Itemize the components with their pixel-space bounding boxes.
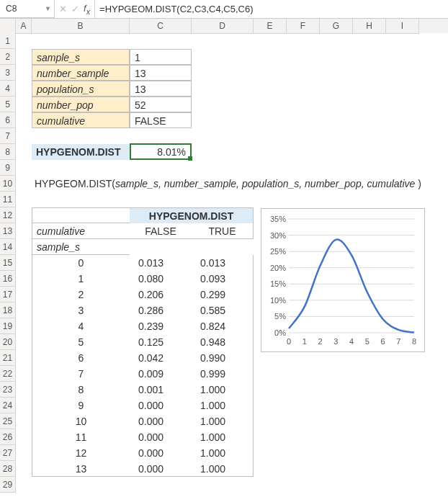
table-cell-true[interactable]: 1.000 — [192, 413, 254, 429]
row-header[interactable]: 16 — [0, 271, 16, 287]
row-header[interactable]: 17 — [0, 287, 16, 302]
table-cell-false[interactable]: 0.009 — [130, 366, 192, 382]
table-cell-true[interactable]: 0.093 — [192, 271, 254, 287]
row-header[interactable]: 28 — [0, 461, 16, 477]
table-col-header[interactable]: FALSE — [130, 223, 192, 239]
table-cell-false[interactable]: 0.000 — [130, 461, 192, 477]
cells-area[interactable]: sample_s 1 number_sample 13 population_s… — [16, 33, 448, 493]
param-value[interactable]: 52 — [130, 97, 192, 112]
col-header[interactable]: C — [130, 19, 192, 34]
table-title[interactable]: HYPGENOM.DIST — [130, 207, 254, 223]
table-row-label[interactable]: sample_s — [32, 239, 130, 255]
row-header[interactable]: 24 — [0, 398, 16, 413]
col-header[interactable]: F — [287, 19, 320, 34]
table-cell-s[interactable]: 13 — [32, 461, 130, 477]
table-cell-true[interactable]: 1.000 — [192, 398, 254, 413]
table-cell-s[interactable]: 12 — [32, 445, 130, 461]
table-cell-false[interactable]: 0.013 — [130, 255, 192, 271]
result-label[interactable]: HYPGENOM.DIST — [32, 144, 130, 160]
table-cell-true[interactable]: 0.999 — [192, 366, 254, 382]
table-cell-s[interactable]: 3 — [32, 302, 130, 318]
table-cell-true[interactable]: 1.000 — [192, 445, 254, 461]
row-header[interactable]: 21 — [0, 350, 16, 366]
name-box[interactable]: C8 ▼ — [0, 0, 55, 18]
row-header[interactable]: 26 — [0, 429, 16, 445]
table-cell-false[interactable]: 0.000 — [130, 429, 192, 445]
table-cell-true[interactable]: 0.824 — [192, 318, 254, 334]
syntax-text[interactable]: HYPGEOM.DIST(sample_s, number_sample, po… — [32, 176, 406, 192]
table-cell-false[interactable]: 0.000 — [130, 413, 192, 429]
table-cell-false[interactable]: 0.239 — [130, 318, 192, 334]
row-header[interactable]: 3 — [0, 65, 16, 81]
formula-input[interactable]: =HYPGEOM.DIST(C2,C3,C4,C5,C6) — [95, 4, 448, 14]
table-row-label[interactable]: cumulative — [32, 223, 130, 239]
fill-handle[interactable] — [188, 156, 192, 161]
col-header[interactable]: E — [254, 19, 287, 34]
param-value[interactable]: 13 — [130, 81, 192, 97]
table-cell-false[interactable]: 0.125 — [130, 334, 192, 350]
row-header[interactable]: 1 — [0, 33, 16, 49]
row-header[interactable]: 25 — [0, 413, 16, 429]
table-cell-s[interactable]: 11 — [32, 429, 130, 445]
table-cell-s[interactable]: 6 — [32, 350, 130, 366]
row-header[interactable]: 5 — [0, 97, 16, 112]
col-header[interactable]: B — [32, 19, 130, 34]
fx-icon[interactable]: fx — [84, 3, 90, 16]
table-cell-false[interactable]: 0.000 — [130, 398, 192, 413]
param-label[interactable]: cumulative — [32, 112, 130, 128]
table-cell-s[interactable]: 10 — [32, 413, 130, 429]
table-col-header[interactable]: TRUE — [192, 223, 254, 239]
row-header[interactable]: 7 — [0, 128, 16, 144]
cancel-icon[interactable]: ✕ — [59, 4, 67, 14]
table-cell-s[interactable]: 5 — [32, 334, 130, 350]
row-header[interactable]: 22 — [0, 366, 16, 382]
row-header[interactable]: 2 — [0, 49, 16, 65]
col-header[interactable]: A — [16, 19, 32, 34]
row-header[interactable]: 11 — [0, 192, 16, 207]
table-cell-s[interactable]: 8 — [32, 382, 130, 398]
select-all-corner[interactable] — [0, 19, 16, 34]
col-header[interactable]: G — [320, 19, 353, 34]
col-header[interactable]: H — [353, 19, 386, 34]
row-header[interactable]: 6 — [0, 112, 16, 128]
table-cell-s[interactable]: 7 — [32, 366, 130, 382]
row-header[interactable]: 13 — [0, 223, 16, 239]
param-label[interactable]: sample_s — [32, 49, 130, 65]
row-header[interactable]: 19 — [0, 318, 16, 334]
table-cell-true[interactable]: 1.000 — [192, 461, 254, 477]
row-header[interactable]: 29 — [0, 477, 16, 493]
table-cell-true[interactable]: 0.299 — [192, 287, 254, 302]
table-cell-true[interactable]: 0.013 — [192, 255, 254, 271]
table-cell-s[interactable]: 9 — [32, 398, 130, 413]
param-value[interactable]: 1 — [130, 49, 192, 65]
col-header[interactable]: D — [192, 19, 254, 34]
param-label[interactable]: number_sample — [32, 65, 130, 81]
param-value[interactable]: FALSE — [130, 112, 192, 128]
row-header[interactable]: 4 — [0, 81, 16, 97]
row-header[interactable]: 20 — [0, 334, 16, 350]
param-value[interactable]: 13 — [130, 65, 192, 81]
row-header[interactable]: 23 — [0, 382, 16, 398]
row-header[interactable]: 8 — [0, 144, 16, 160]
active-cell[interactable]: 8.01% — [130, 143, 192, 160]
table-cell-true[interactable]: 0.948 — [192, 334, 254, 350]
row-header[interactable]: 14 — [0, 239, 16, 255]
row-header[interactable]: 9 — [0, 160, 16, 176]
chevron-down-icon[interactable]: ▼ — [45, 5, 51, 12]
param-label[interactable]: population_s — [32, 81, 130, 97]
table-cell-s[interactable]: 4 — [32, 318, 130, 334]
table-cell-false[interactable]: 0.042 — [130, 350, 192, 366]
col-header[interactable]: I — [386, 19, 419, 34]
row-header[interactable]: 10 — [0, 176, 16, 192]
table-cell-false[interactable]: 0.000 — [130, 445, 192, 461]
table-title-spacer[interactable] — [32, 207, 130, 223]
table-cell-true[interactable]: 0.990 — [192, 350, 254, 366]
table-cell-false[interactable]: 0.286 — [130, 302, 192, 318]
row-header[interactable]: 12 — [0, 207, 16, 223]
table-cell-true[interactable]: 1.000 — [192, 382, 254, 398]
table-cell-true[interactable]: 1.000 — [192, 429, 254, 445]
table-cell-s[interactable]: 0 — [32, 255, 130, 271]
row-header[interactable]: 15 — [0, 255, 16, 271]
param-label[interactable]: number_pop — [32, 97, 130, 112]
confirm-icon[interactable]: ✓ — [71, 4, 79, 14]
